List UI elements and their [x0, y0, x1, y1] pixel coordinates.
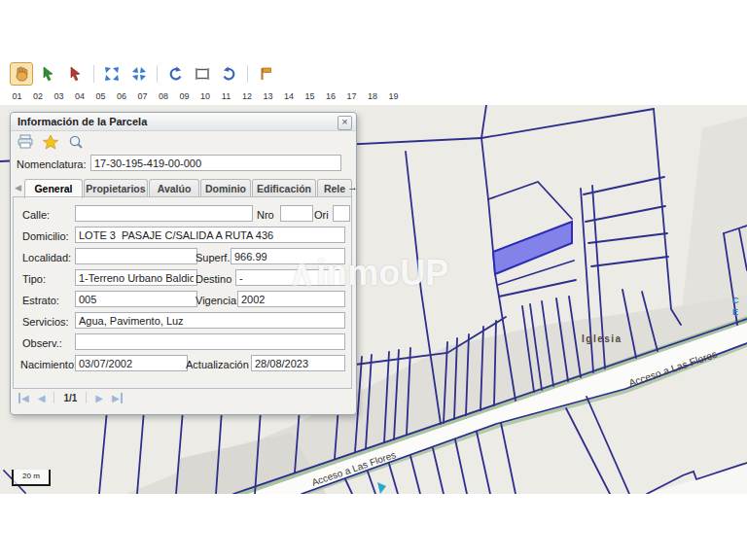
nro-label: Nro	[257, 209, 274, 221]
domicilio-label: Domicilio:	[22, 230, 69, 242]
destino-label: Destino	[196, 273, 231, 285]
dialog-toolbar	[17, 134, 85, 150]
tab-scroll-right-icon[interactable]: →	[347, 181, 358, 192]
layer-17[interactable]: 17	[346, 91, 357, 101]
dialog-titlebar[interactable]: Información de la Parcela ×	[11, 113, 356, 131]
tipo-input[interactable]	[75, 269, 197, 286]
tab-avaluo[interactable]: Avalúo	[149, 179, 199, 197]
tipo-label: Tipo:	[22, 273, 46, 285]
inmoup-watermark: ∧inmoUP	[289, 253, 448, 294]
layer-14[interactable]: 14	[284, 91, 295, 101]
zoom-window-icon	[194, 65, 211, 83]
edge-label-line2: E	[732, 307, 738, 317]
estrato-label: Estrato:	[22, 295, 59, 306]
edge-label-line1: C	[732, 296, 739, 305]
deselect-tool-button[interactable]	[64, 62, 88, 86]
layer-09[interactable]: 09	[179, 91, 190, 101]
nacimiento-label: Nacimiento:	[20, 359, 77, 370]
map-scale-indicator: 20 m	[12, 470, 51, 486]
page-indicator: 1/1	[63, 393, 77, 403]
undo-button[interactable]	[163, 62, 187, 86]
servicios-input[interactable]	[75, 312, 345, 329]
zoom-to-parcel-icon[interactable]	[67, 134, 85, 150]
next-page-icon[interactable]: ▶	[95, 393, 103, 403]
nomenclatura-input[interactable]	[90, 155, 341, 171]
layer-16[interactable]: 16	[326, 91, 337, 101]
first-page-icon[interactable]: ◀	[18, 393, 29, 403]
actualizacion-input[interactable]	[251, 355, 345, 371]
observaciones-input[interactable]	[75, 333, 345, 350]
undo-arrow-icon	[166, 65, 184, 83]
layer-11[interactable]: 11	[221, 91, 231, 101]
estrato-input[interactable]	[75, 291, 197, 307]
zoom-window-button[interactable]	[191, 62, 214, 86]
close-button[interactable]: ×	[338, 116, 352, 130]
dialog-title: Información de la Parcela	[18, 116, 147, 127]
ori-label: Ori	[314, 209, 329, 221]
map-toolbar	[10, 61, 277, 87]
domicilio-input[interactable]	[75, 227, 345, 243]
dialog-tabs: ◀ General Propietarios Avalúo Dominio Ed…	[13, 179, 354, 197]
vigencia-label: Vigencia	[196, 295, 236, 306]
superficie-label: Superf.	[196, 252, 230, 263]
toolbar-separator	[247, 65, 248, 83]
servicios-label: Servicios:	[22, 316, 69, 328]
toolbar-separator	[157, 65, 158, 83]
pager-separator	[86, 392, 87, 403]
localidad-label: Localidad:	[22, 252, 71, 263]
last-page-icon[interactable]: ▶	[112, 393, 123, 403]
observaciones-label: Observ.:	[22, 337, 62, 349]
layer-07[interactable]: 07	[137, 91, 148, 101]
actualizacion-label: Actualización	[186, 359, 249, 370]
layer-13[interactable]: 13	[263, 91, 273, 101]
ori-input[interactable]	[333, 205, 350, 222]
nacimiento-input[interactable]	[75, 355, 188, 371]
tab-general[interactable]: General	[24, 179, 83, 198]
record-pager: ◀ ◀ 1/1 ▶ ▶	[18, 392, 123, 403]
layer-02[interactable]: 02	[33, 91, 44, 101]
zoom-full-icon	[130, 65, 148, 83]
nro-input[interactable]	[280, 205, 313, 222]
tab-scroll-left-icon[interactable]: ◀	[15, 183, 21, 192]
layer-08[interactable]: 08	[159, 91, 169, 101]
layer-06[interactable]: 06	[117, 91, 127, 101]
layer-number-row: 01 02 03 04 05 06 07 08 09 10 11 12 13 1…	[12, 91, 399, 101]
inmoup-logo-mark: ∧	[289, 253, 314, 293]
localidad-input[interactable]	[75, 248, 197, 264]
measure-tool-button[interactable]	[254, 62, 277, 86]
zoom-extents-button[interactable]	[100, 62, 124, 86]
select-tool-button[interactable]	[37, 62, 60, 86]
layer-10[interactable]: 10	[200, 91, 211, 101]
layer-12[interactable]: 12	[242, 91, 253, 101]
select-arrow-red-icon	[67, 65, 85, 83]
layer-05[interactable]: 05	[95, 91, 106, 101]
print-icon[interactable]	[17, 134, 34, 150]
calle-label: Calle:	[22, 209, 50, 221]
calle-input[interactable]	[75, 205, 253, 222]
pager-separator	[53, 392, 54, 403]
layer-15[interactable]: 15	[304, 91, 315, 101]
layer-18[interactable]: 18	[368, 91, 378, 101]
layer-19[interactable]: 19	[388, 91, 399, 101]
zoom-extents-icon	[103, 65, 121, 83]
layer-04[interactable]: 04	[75, 91, 86, 101]
pan-hand-icon	[13, 65, 30, 83]
favorite-star-icon[interactable]	[42, 134, 59, 150]
redo-button[interactable]	[218, 62, 241, 86]
select-arrow-green-icon	[40, 65, 57, 83]
iglesia-label: Iglesia	[582, 333, 622, 344]
redo-arrow-icon	[221, 65, 238, 83]
nomenclatura-label: Nomenclatura:	[17, 158, 87, 170]
tab-edificacion[interactable]: Edificación	[252, 179, 316, 197]
layer-03[interactable]: 03	[53, 91, 64, 101]
layer-01[interactable]: 01	[12, 91, 22, 101]
previous-page-icon[interactable]: ◀	[38, 393, 46, 403]
tab-propietarios[interactable]: Propietarios	[84, 179, 148, 197]
measure-tool-icon	[257, 65, 274, 83]
toolbar-separator	[93, 65, 94, 83]
tab-dominio[interactable]: Dominio	[200, 179, 251, 197]
zoom-full-button[interactable]	[127, 62, 151, 86]
inmoup-logo-text: inmoUP	[316, 253, 448, 293]
pan-tool-button[interactable]	[10, 62, 33, 86]
app-window: 01 02 03 04 05 06 07 08 09 10 11 12 13 1…	[0, 0, 747, 560]
